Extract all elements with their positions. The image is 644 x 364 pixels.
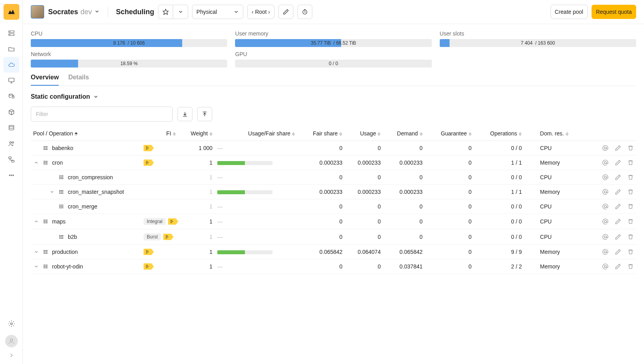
trash-icon[interactable] xyxy=(627,189,634,195)
upload-button[interactable] xyxy=(197,107,212,121)
pool-name[interactable]: cron_merge xyxy=(68,203,97,210)
nav-item-monitor[interactable] xyxy=(4,73,19,88)
pool-name[interactable]: cron_compression xyxy=(68,174,113,180)
edit-icon[interactable] xyxy=(615,218,621,225)
svg-point-46 xyxy=(60,190,60,191)
col-name[interactable]: Pool / Operation xyxy=(31,126,141,141)
usage-value: 0.064074 xyxy=(345,245,383,259)
svg-rect-6 xyxy=(12,96,14,98)
col-dom[interactable]: Dom. res. xyxy=(524,126,589,141)
tree-select[interactable]: Physical xyxy=(192,5,243,19)
svg-point-16 xyxy=(10,339,13,341)
at-icon[interactable] xyxy=(602,249,609,255)
tag-icon xyxy=(144,249,151,255)
edit-icon[interactable] xyxy=(615,263,621,270)
fair-value: 0 xyxy=(297,214,345,229)
nav-item-cloud[interactable] xyxy=(4,57,19,73)
favorite-menu-button[interactable] xyxy=(173,5,188,19)
at-icon[interactable] xyxy=(602,203,609,210)
at-icon[interactable] xyxy=(602,145,609,151)
table-row: cron_master_snapshot10.0002330.0002330.0… xyxy=(31,185,636,199)
edit-icon[interactable] xyxy=(615,189,621,195)
pool-name[interactable]: cron xyxy=(52,159,63,166)
col-usage-fair[interactable]: Usage/Fair share xyxy=(215,126,298,141)
user-avatar[interactable] xyxy=(5,335,18,347)
nav-item-server[interactable] xyxy=(4,25,19,41)
trash-icon[interactable] xyxy=(627,234,634,240)
app-logo[interactable] xyxy=(4,4,19,20)
list-icon xyxy=(43,249,49,255)
col-guarantee[interactable]: Guarantee xyxy=(425,126,474,141)
nav-item-db-lock[interactable] xyxy=(4,88,19,104)
tab-overview[interactable]: Overview xyxy=(31,74,59,86)
collapse-rail-icon[interactable] xyxy=(4,351,19,360)
pool-name[interactable]: production xyxy=(52,249,78,255)
pool-name[interactable]: robot-yt-odin xyxy=(52,263,83,270)
edit-icon[interactable] xyxy=(615,159,621,166)
at-icon[interactable] xyxy=(602,263,609,270)
pool-name[interactable]: maps xyxy=(52,218,65,225)
clock-link-button[interactable] xyxy=(297,5,312,19)
meter-bar: 35.77 TiB / 66.52 TiB xyxy=(235,39,431,47)
expand-toggle[interactable] xyxy=(49,189,55,195)
trash-icon[interactable] xyxy=(627,174,634,180)
list-icon xyxy=(43,159,49,166)
at-icon[interactable] xyxy=(602,174,609,180)
trash-icon[interactable] xyxy=(627,263,634,270)
create-pool-button[interactable]: Create pool xyxy=(551,5,588,19)
breadcrumb-root[interactable]: ‹ Root › xyxy=(247,5,274,19)
expand-toggle[interactable] xyxy=(33,249,39,255)
dom-value: CPU xyxy=(524,214,589,229)
guarantee-value: 0 xyxy=(425,229,474,245)
tab-details[interactable]: Details xyxy=(68,74,89,86)
at-icon[interactable] xyxy=(602,159,609,166)
settings-icon[interactable] xyxy=(4,316,19,332)
col-usage[interactable]: Usage xyxy=(345,126,383,141)
col-ops[interactable]: Operations xyxy=(474,126,525,141)
nav-item-db-tree[interactable] xyxy=(4,152,19,167)
edit-icon[interactable] xyxy=(615,249,621,255)
trash-icon[interactable] xyxy=(627,159,634,166)
at-icon[interactable] xyxy=(602,218,609,225)
nav-item-users[interactable] xyxy=(4,136,19,152)
expand-toggle[interactable] xyxy=(33,218,39,225)
svg-rect-10 xyxy=(9,157,11,159)
trash-icon[interactable] xyxy=(627,203,634,210)
section-header[interactable]: Static configuration xyxy=(31,93,636,100)
col-demand[interactable]: Demand xyxy=(383,126,425,141)
edit-icon[interactable] xyxy=(615,145,621,151)
cluster-selector[interactable]: Socrates dev xyxy=(48,8,100,16)
col-fi[interactable]: FI xyxy=(141,126,178,141)
usage-value: 0 xyxy=(345,229,383,245)
nav-item-package[interactable] xyxy=(4,104,19,120)
meter-slots: User slots 7 404 / 163 600 xyxy=(440,30,636,47)
edit-icon[interactable] xyxy=(615,174,621,180)
filter-input[interactable] xyxy=(31,107,173,122)
expand-toggle[interactable] xyxy=(33,263,39,270)
download-button[interactable] xyxy=(177,107,192,121)
edit-button[interactable] xyxy=(278,5,293,19)
nav-item-folder[interactable] xyxy=(4,41,19,57)
edit-icon[interactable] xyxy=(615,203,621,210)
edit-icon[interactable] xyxy=(615,234,621,240)
expand-toggle[interactable] xyxy=(33,159,39,166)
trash-icon[interactable] xyxy=(627,145,634,151)
request-quota-button[interactable]: Request quota xyxy=(592,5,636,19)
dom-value: Memory xyxy=(524,259,589,274)
nav-item-more[interactable] xyxy=(4,167,19,183)
at-icon[interactable] xyxy=(602,234,609,240)
pool-name[interactable]: babenko xyxy=(52,145,73,151)
demand-value: 0.000233 xyxy=(383,185,425,199)
nav-item-db-list[interactable] xyxy=(4,120,19,136)
pool-name[interactable]: cron_master_snapshot xyxy=(68,189,124,195)
trash-icon[interactable] xyxy=(627,249,634,255)
col-fair[interactable]: Fair share xyxy=(297,126,345,141)
col-weight[interactable]: Weight xyxy=(178,126,215,141)
pool-name[interactable]: b2b xyxy=(68,234,77,240)
at-icon[interactable] xyxy=(602,189,609,195)
usage-value: 0 xyxy=(345,259,383,274)
meter-cpu: CPU 8 176 / 10 606 xyxy=(31,30,227,47)
trash-icon[interactable] xyxy=(627,218,634,225)
favorite-button[interactable] xyxy=(158,5,173,19)
demand-value: 0 xyxy=(383,229,425,245)
